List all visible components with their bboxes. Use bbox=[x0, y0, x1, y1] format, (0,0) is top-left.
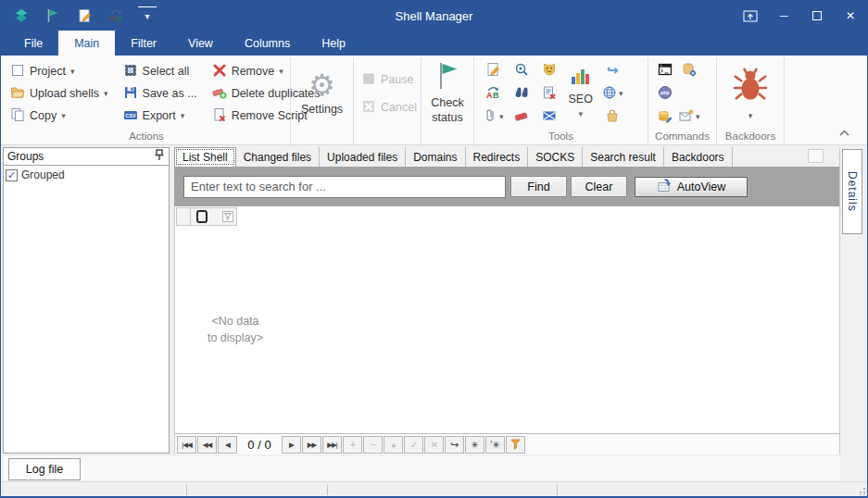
minimize-icon[interactable]: ─ bbox=[767, 1, 800, 31]
groups-panel: Groups ✓ Grouped bbox=[3, 147, 170, 454]
copy-button[interactable]: Copy▾ bbox=[7, 106, 111, 126]
eraser-plus-icon bbox=[212, 85, 227, 103]
ribbon-group-actions: Project▾ Upload shells▾ Copy▾ Select all bbox=[3, 57, 291, 144]
pause-button[interactable]: Pause bbox=[359, 70, 420, 90]
column-filter-icon[interactable] bbox=[222, 211, 233, 222]
database-command-button[interactable] bbox=[679, 60, 699, 81]
log-panel-strip: Log file bbox=[3, 456, 840, 480]
goto-bookmark-button[interactable]: '✳ bbox=[485, 436, 505, 454]
web-button[interactable]: ▾ bbox=[602, 83, 623, 104]
collapse-window-icon[interactable] bbox=[734, 1, 767, 31]
quick-access-toolbar: AB ▾ bbox=[1, 6, 157, 25]
tab-filter[interactable]: Filter bbox=[115, 31, 172, 56]
next-record-button[interactable]: ▶ bbox=[282, 436, 301, 454]
shell-grid[interactable]: <No data to display> bbox=[174, 206, 839, 433]
collapse-ribbon-icon[interactable] bbox=[836, 126, 852, 139]
grouped-label: Grouped bbox=[21, 168, 65, 181]
project-button[interactable]: Project▾ bbox=[7, 62, 111, 81]
search-tool-button[interactable] bbox=[511, 83, 532, 104]
upload-shells-button[interactable]: Upload shells▾ bbox=[7, 84, 111, 104]
prior-page-button[interactable]: ◀◀ bbox=[197, 436, 217, 454]
delete-record-button[interactable]: − bbox=[363, 436, 383, 454]
tab-details[interactable]: Details bbox=[842, 149, 862, 234]
globe-icon bbox=[602, 85, 617, 103]
qat-edit-icon[interactable] bbox=[75, 6, 94, 25]
close-icon[interactable]: ✕ bbox=[834, 1, 867, 31]
tab-help[interactable]: Help bbox=[306, 31, 361, 56]
cancel-button[interactable]: Cancel bbox=[359, 98, 420, 118]
share-button[interactable]: ↪ bbox=[602, 60, 623, 81]
check-status-button[interactable]: Checkstatus bbox=[429, 62, 465, 126]
mask-button[interactable] bbox=[539, 60, 560, 81]
pin-icon[interactable] bbox=[154, 149, 165, 164]
rename-tool-button[interactable]: AB bbox=[483, 83, 503, 104]
bookmark-button[interactable]: ✳ bbox=[465, 436, 484, 454]
append-record-button[interactable]: + bbox=[343, 436, 362, 454]
tab-main[interactable]: Main bbox=[58, 31, 115, 56]
shop-button[interactable] bbox=[602, 106, 623, 127]
maximize-icon[interactable] bbox=[800, 1, 834, 31]
refresh-button[interactable]: ↪ bbox=[445, 436, 464, 454]
document-x-icon bbox=[542, 85, 557, 103]
resize-grip[interactable] bbox=[858, 488, 865, 495]
select-all-button[interactable]: Select all bbox=[120, 62, 200, 81]
attach-button[interactable]: ▾ bbox=[483, 106, 504, 127]
tab-view[interactable]: View bbox=[172, 31, 229, 56]
settings-button[interactable]: ⚙ Settings bbox=[294, 70, 350, 118]
terminal-button[interactable]: >_ bbox=[655, 60, 675, 81]
tab-file[interactable]: File bbox=[8, 31, 58, 56]
tab-backdoors-page[interactable]: Backdoors bbox=[664, 147, 733, 167]
last-record-button[interactable]: ▶▶| bbox=[322, 436, 342, 454]
tab-socks[interactable]: SOCKS bbox=[528, 147, 583, 167]
report-remove-button[interactable] bbox=[539, 83, 560, 104]
coins-pencil-icon bbox=[658, 108, 673, 126]
preview-button[interactable] bbox=[511, 60, 532, 81]
chevron-down-icon: ▾ bbox=[279, 68, 283, 76]
save-as-button[interactable]: Save as ... bbox=[120, 84, 200, 104]
eraser-button[interactable] bbox=[511, 106, 532, 127]
post-edit-button[interactable]: ✓ bbox=[404, 436, 423, 454]
edit-data-button[interactable] bbox=[655, 106, 675, 127]
qat-rename-icon[interactable]: AB bbox=[107, 6, 125, 25]
tab-list-shell[interactable]: List Shell bbox=[174, 147, 236, 167]
tab-log-file[interactable]: Log file bbox=[8, 458, 81, 480]
edit-tool-button[interactable] bbox=[483, 60, 503, 81]
save-icon bbox=[123, 85, 138, 103]
grouped-checkbox-row[interactable]: ✓ Grouped bbox=[4, 166, 169, 184]
mail-x-button[interactable] bbox=[539, 106, 560, 127]
prior-record-button[interactable]: ◀ bbox=[218, 436, 237, 454]
green-flag-icon bbox=[436, 62, 459, 94]
seo-button[interactable]: SEO ▾ bbox=[563, 68, 598, 118]
tab-uploaded-files[interactable]: Uploaded files bbox=[320, 147, 406, 167]
tab-changed-files[interactable]: Changed files bbox=[236, 147, 320, 167]
mail-command-button[interactable]: ▾ bbox=[679, 106, 700, 127]
autoview-button[interactable]: AutoView bbox=[635, 177, 748, 197]
search-input[interactable] bbox=[183, 176, 506, 198]
group-label-actions: Actions bbox=[7, 129, 285, 144]
export-button[interactable]: CSV Export▾ bbox=[120, 106, 200, 126]
svg-text:CSV: CSV bbox=[125, 112, 136, 118]
tab-columns[interactable]: Columns bbox=[229, 31, 306, 56]
tab-redirects[interactable]: Redirects bbox=[466, 147, 529, 167]
qat-check-status-icon[interactable] bbox=[44, 6, 62, 25]
next-page-button[interactable]: ▶▶ bbox=[302, 436, 321, 454]
ribbon-tab-row: File Main Filter View Columns Help bbox=[1, 31, 867, 56]
php-button[interactable]: php bbox=[655, 83, 675, 104]
autoview-refresh-grid-icon bbox=[657, 178, 672, 195]
clear-button[interactable]: Clear bbox=[571, 176, 627, 197]
groups-list: ✓ Grouped bbox=[3, 166, 170, 454]
project-icon bbox=[10, 63, 25, 81]
qat-customize-icon[interactable]: ▾ bbox=[138, 6, 157, 25]
tab-search-result[interactable]: Search result bbox=[583, 147, 664, 167]
tab-strip-button[interactable] bbox=[808, 149, 824, 163]
grid-checkbox-column-header[interactable] bbox=[191, 207, 237, 226]
filter-button[interactable] bbox=[506, 436, 525, 454]
tab-domains[interactable]: Domains bbox=[406, 147, 465, 167]
first-record-button[interactable]: |◀◀ bbox=[177, 436, 196, 454]
cancel-edit-button[interactable]: ✕ bbox=[424, 436, 444, 454]
edit-record-button[interactable]: ▲ bbox=[384, 436, 403, 454]
checkbox-icon[interactable]: ✓ bbox=[6, 169, 18, 181]
find-button[interactable]: Find bbox=[510, 176, 567, 197]
chevron-down-icon: ▾ bbox=[61, 112, 66, 120]
backdoors-button[interactable]: ▾ bbox=[724, 67, 776, 121]
